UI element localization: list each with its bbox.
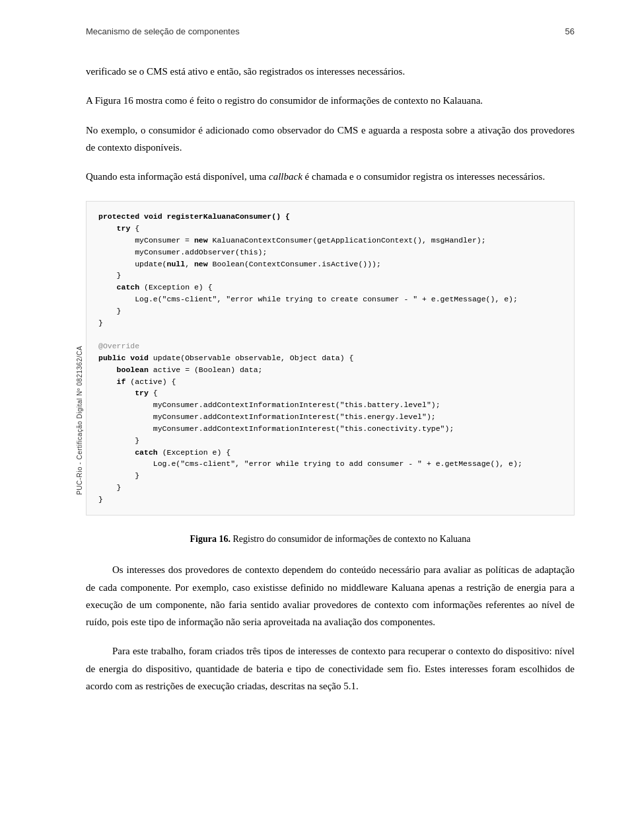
sidebar-label: PUC-Rio - Certificação Digital Nº 082136… <box>76 346 83 495</box>
main-content: verificado se o CMS está ativo e então, … <box>86 63 575 695</box>
paragraph-3: No exemplo, o consumidor é adicionado co… <box>86 122 575 157</box>
paragraph-1: verificado se o CMS está ativo e então, … <box>86 63 575 80</box>
chapter-title: Mecanismo de seleção de componentes <box>86 26 240 36</box>
paragraph-4: Quando esta informação está disponível, … <box>86 168 575 185</box>
page-number: 56 <box>565 26 575 36</box>
code-block: protected void registerKaluanaConsumer()… <box>86 201 575 515</box>
page-container: PUC-Rio - Certificação Digital Nº 082136… <box>0 0 634 840</box>
paragraph-2: A Figura 16 mostra como é feito o regist… <box>86 92 575 109</box>
paragraph-5: Os interesses dos provedores de contexto… <box>86 561 575 630</box>
figure-caption: Figura 16. Registro do consumidor de inf… <box>86 531 575 547</box>
paragraph-6: Para este trabalho, foram criados três t… <box>86 642 575 695</box>
page-header: Mecanismo de seleção de componentes 56 <box>86 26 575 36</box>
